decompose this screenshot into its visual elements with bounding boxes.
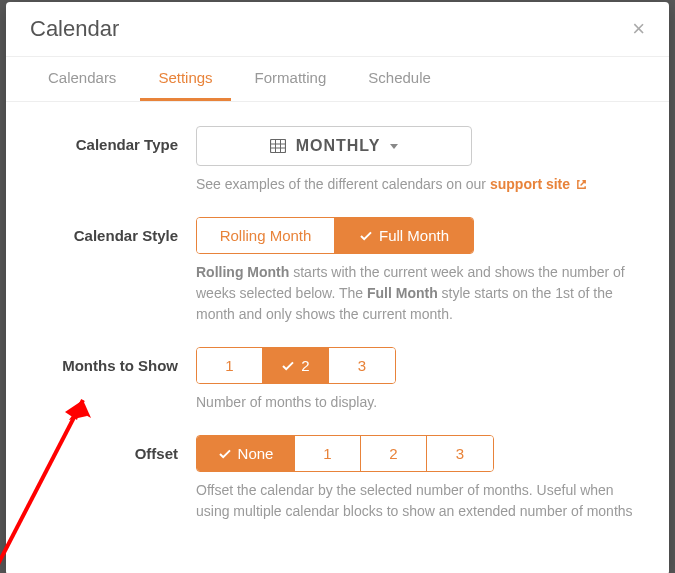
offset-help: Offset the calendar by the selected numb… bbox=[196, 480, 635, 522]
tab-calendars[interactable]: Calendars bbox=[30, 57, 134, 101]
svg-rect-0 bbox=[270, 140, 285, 153]
check-icon bbox=[218, 447, 232, 461]
calendar-type-dropdown[interactable]: MONTHLY bbox=[196, 126, 472, 166]
offset-1[interactable]: 1 bbox=[295, 436, 361, 471]
months-2[interactable]: 2 bbox=[263, 348, 329, 383]
tabs: Calendars Settings Formatting Schedule bbox=[6, 57, 669, 102]
calendar-dialog: Calendar × Calendars Settings Formatting… bbox=[6, 2, 669, 573]
close-button[interactable]: × bbox=[632, 18, 645, 40]
dialog-title: Calendar bbox=[30, 16, 119, 42]
months-help: Number of months to display. bbox=[196, 392, 635, 413]
chevron-down-icon bbox=[390, 144, 398, 149]
style-full-month[interactable]: Full Month bbox=[335, 218, 473, 253]
tab-formatting[interactable]: Formatting bbox=[237, 57, 345, 101]
label-calendar-style: Calendar Style bbox=[36, 217, 196, 244]
calendar-style-help: Rolling Month starts with the current we… bbox=[196, 262, 635, 325]
field-months-to-show: Months to Show 1 2 3 Number of months to… bbox=[36, 347, 645, 413]
check-icon bbox=[359, 229, 373, 243]
grid-icon bbox=[270, 139, 286, 153]
support-site-link[interactable]: support site bbox=[490, 176, 587, 192]
dialog-header: Calendar × bbox=[6, 2, 669, 57]
tab-schedule[interactable]: Schedule bbox=[350, 57, 449, 101]
label-calendar-type: Calendar Type bbox=[36, 126, 196, 153]
external-link-icon bbox=[576, 179, 587, 190]
field-calendar-type: Calendar Type MONTHLY See examples of th… bbox=[36, 126, 645, 195]
calendar-type-help: See examples of the different calendars … bbox=[196, 174, 635, 195]
style-rolling-month[interactable]: Rolling Month bbox=[197, 218, 335, 253]
months-1[interactable]: 1 bbox=[197, 348, 263, 383]
label-months-to-show: Months to Show bbox=[36, 347, 196, 374]
months-3[interactable]: 3 bbox=[329, 348, 395, 383]
check-icon bbox=[281, 359, 295, 373]
label-offset: Offset bbox=[36, 435, 196, 462]
field-calendar-style: Calendar Style Rolling Month Full Month … bbox=[36, 217, 645, 325]
offset-group: None 1 2 3 bbox=[196, 435, 494, 472]
offset-none[interactable]: None bbox=[197, 436, 295, 471]
field-offset: Offset None 1 2 3 Offset the calendar by… bbox=[36, 435, 645, 522]
months-group: 1 2 3 bbox=[196, 347, 396, 384]
tab-settings[interactable]: Settings bbox=[140, 57, 230, 101]
offset-2[interactable]: 2 bbox=[361, 436, 427, 471]
calendar-style-group: Rolling Month Full Month bbox=[196, 217, 474, 254]
calendar-type-value: MONTHLY bbox=[296, 137, 381, 155]
close-icon: × bbox=[632, 16, 645, 41]
dialog-content: Calendar Type MONTHLY See examples of th… bbox=[6, 102, 669, 554]
offset-3[interactable]: 3 bbox=[427, 436, 493, 471]
